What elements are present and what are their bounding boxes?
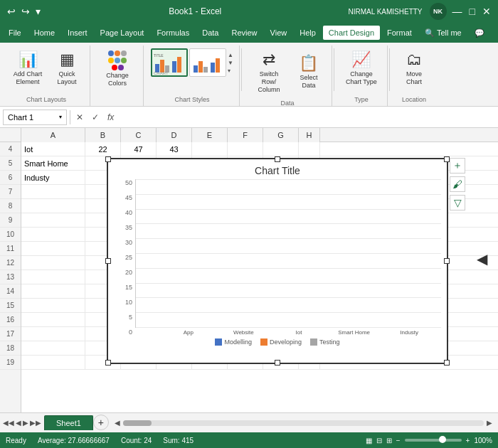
- chart-handle-tl[interactable]: [105, 156, 111, 162]
- sheet1-tab[interactable]: Sheet1: [44, 415, 93, 430]
- scroll-right-button[interactable]: ▶: [487, 419, 492, 427]
- cell-r4-c4[interactable]: [192, 142, 228, 156]
- col-header-c[interactable]: C: [121, 128, 157, 142]
- user-badge[interactable]: NK: [430, 3, 447, 20]
- move-chart-button[interactable]: 🗂 Move Chart: [397, 48, 431, 88]
- menu-data[interactable]: Data: [196, 26, 224, 40]
- menu-help[interactable]: Help: [294, 26, 322, 40]
- menu-view[interactable]: View: [265, 26, 293, 40]
- cell-r4-c6[interactable]: [263, 142, 299, 156]
- cell-r9-c0[interactable]: [21, 213, 85, 228]
- chart-style-2-preview: [191, 50, 225, 75]
- col-header-a[interactable]: A: [21, 128, 85, 142]
- chart-handle-bl[interactable]: [105, 360, 111, 366]
- menu-home[interactable]: Home: [28, 26, 60, 40]
- zoom-minus-button[interactable]: −: [396, 437, 401, 444]
- minimize-button[interactable]: —: [451, 4, 464, 18]
- scroll-up-arrow[interactable]: ▲: [228, 52, 233, 58]
- h-scroll-track[interactable]: [123, 420, 484, 426]
- formula-fx-button[interactable]: fx: [105, 112, 117, 122]
- cell-r15-c0[interactable]: [21, 299, 85, 313]
- cell-r4-c2[interactable]: 47: [121, 142, 157, 156]
- cell-r4-c1[interactable]: 22: [85, 142, 121, 156]
- menu-chartdesign[interactable]: Chart Design: [323, 26, 380, 40]
- add-sheet-button[interactable]: +: [93, 415, 109, 430]
- cell-r4-c0[interactable]: Iot: [21, 142, 85, 156]
- cell-r18-c0[interactable]: [21, 341, 85, 356]
- name-box[interactable]: Chart 1 ▾: [3, 110, 67, 125]
- chart-handle-ml[interactable]: [105, 258, 111, 264]
- sheet-first-button[interactable]: ◀◀: [3, 419, 14, 427]
- chart-handle-tc[interactable]: [275, 156, 280, 162]
- menu-tellme[interactable]: 🔍 Tell me: [419, 26, 467, 41]
- formula-input[interactable]: [120, 113, 495, 122]
- page-layout-button[interactable]: ⊟: [376, 437, 382, 444]
- col-header-b[interactable]: B: [85, 128, 121, 142]
- formula-cancel-button[interactable]: ✕: [73, 112, 86, 122]
- col-header-d[interactable]: D: [157, 128, 192, 142]
- redo-button[interactable]: ↪: [20, 4, 31, 18]
- chart-style-1[interactable]: CHART TITLE: [151, 48, 188, 77]
- col-header-g[interactable]: G: [263, 128, 299, 142]
- normal-view-button[interactable]: ▦: [366, 437, 372, 444]
- chart-handle-tr[interactable]: [444, 156, 450, 162]
- menu-review[interactable]: Review: [226, 26, 263, 40]
- sheet-next-button[interactable]: ▶: [23, 419, 28, 427]
- cell-r11-c0[interactable]: [21, 242, 85, 256]
- cell-r8-c0[interactable]: [21, 199, 85, 213]
- quick-layout-button[interactable]: ▦ Quick Layout: [50, 48, 84, 88]
- menu-insert[interactable]: Insert: [62, 26, 93, 40]
- switch-row-column-button[interactable]: ⇄ Switch Row/ Column: [249, 48, 289, 95]
- cell-r12-c0[interactable]: [21, 256, 85, 270]
- cell-r10-c0[interactable]: [21, 228, 85, 242]
- cell-r14-c0[interactable]: [21, 284, 85, 299]
- page-break-button[interactable]: ⊞: [386, 437, 392, 444]
- menu-file[interactable]: File: [3, 26, 27, 40]
- change-colors-button[interactable]: Change Colors: [97, 48, 137, 90]
- menu-formulas[interactable]: Formulas: [151, 26, 195, 40]
- h-scrollbar[interactable]: ◀ ▶: [109, 419, 498, 427]
- chart-overlay[interactable]: Chart Title 50454035302520151050 AppWebs…: [107, 158, 448, 364]
- chart-handle-br[interactable]: [444, 360, 450, 366]
- cell-r16-c0[interactable]: [21, 313, 85, 327]
- maximize-button[interactable]: □: [468, 4, 477, 18]
- cell-r5-c0[interactable]: Smart Home: [21, 156, 85, 171]
- chart-handle-mr[interactable]: [444, 258, 450, 264]
- menu-pagelayout[interactable]: Page Layout: [95, 26, 150, 40]
- cell-r6-c0[interactable]: Industy: [21, 171, 85, 185]
- undo-button[interactable]: ↩: [6, 4, 17, 18]
- chart-style-2[interactable]: [189, 48, 226, 77]
- select-data-button[interactable]: 📋 Select Data: [292, 52, 326, 92]
- cell-r19-c0[interactable]: [21, 356, 85, 370]
- cell-r4-c5[interactable]: [228, 142, 263, 156]
- cell-r7-c0[interactable]: [21, 185, 85, 199]
- name-box-dropdown[interactable]: ▾: [59, 114, 62, 120]
- zoom-plus-button[interactable]: +: [466, 437, 470, 444]
- chart-filters-button[interactable]: ▽: [450, 195, 465, 210]
- quick-layout-icon: ▦: [60, 50, 75, 69]
- chart-styles-button[interactable]: 🖌: [450, 176, 465, 192]
- cell-r17-c0[interactable]: [21, 327, 85, 341]
- col-header-h[interactable]: H: [299, 128, 320, 142]
- col-header-f[interactable]: F: [228, 128, 263, 142]
- scroll-left-button[interactable]: ◀: [115, 419, 120, 427]
- sheet-prev-button[interactable]: ◀: [16, 419, 21, 427]
- more-qa-button[interactable]: ▾: [34, 4, 42, 18]
- zoom-slider[interactable]: [405, 439, 462, 442]
- chart-elements-button[interactable]: ＋: [450, 158, 465, 174]
- cell-r4-c3[interactable]: 43: [157, 142, 192, 156]
- chart-handle-bc[interactable]: [275, 360, 280, 366]
- menu-format[interactable]: Format: [381, 26, 418, 40]
- change-chart-type-button[interactable]: 📈 Change Chart Type: [341, 48, 381, 88]
- scroll-more-arrow[interactable]: ▾: [228, 68, 233, 74]
- col-header-e[interactable]: E: [192, 128, 228, 142]
- sheet-last-button[interactable]: ▶▶: [30, 419, 41, 427]
- close-button[interactable]: ✕: [481, 4, 492, 18]
- cell-r4-c7[interactable]: [299, 142, 320, 156]
- scroll-down-arrow[interactable]: ▼: [228, 60, 233, 66]
- h-scroll-thumb[interactable]: [123, 420, 152, 426]
- formula-confirm-button[interactable]: ✓: [89, 112, 102, 122]
- share-button[interactable]: 💬: [469, 26, 490, 41]
- add-chart-element-button[interactable]: 📊 Add Chart Element: [9, 48, 47, 88]
- cell-r13-c0[interactable]: [21, 270, 85, 284]
